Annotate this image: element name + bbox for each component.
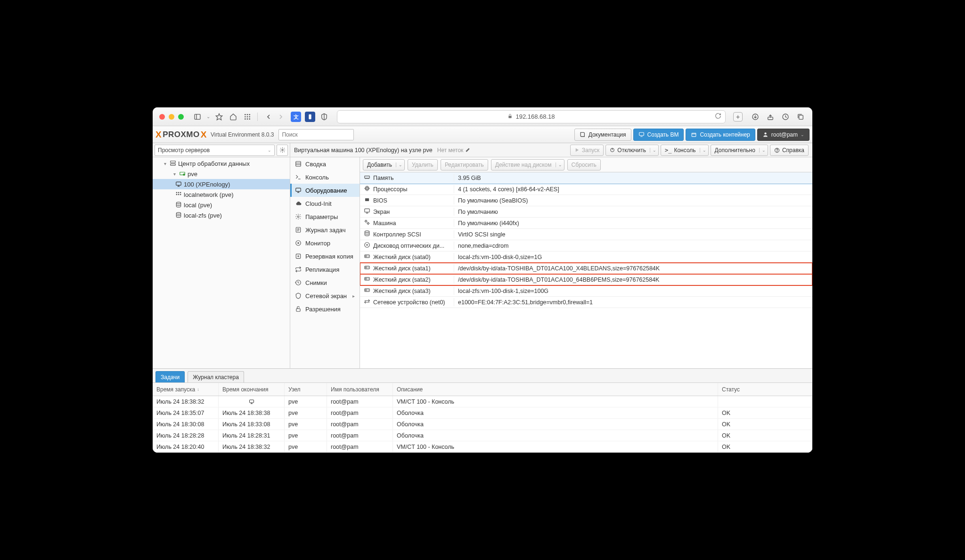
tree-localnetwork[interactable]: localnetwork (pve) <box>153 189 290 200</box>
hardware-row[interactable]: Жесткий диск (sata1)/dev/disk/by-id/ata-… <box>360 263 812 274</box>
extension-translate-icon[interactable]: 文 <box>291 112 301 122</box>
log-body: Июль 24 18:38:32pveroot@pamVM/CT 100 - К… <box>153 396 812 453</box>
zoom-window-icon[interactable] <box>178 114 184 120</box>
share-icon[interactable] <box>765 112 776 122</box>
add-button[interactable]: Добавить⌄ <box>363 159 405 170</box>
tree-settings-button[interactable] <box>277 145 288 156</box>
start-button[interactable]: Запуск <box>570 145 604 156</box>
close-window-icon[interactable] <box>159 114 165 120</box>
tree-local-zfs[interactable]: local-zfs (pve) <box>153 210 290 220</box>
tree-datacenter[interactable]: ▾Центр обработки данных <box>153 158 290 169</box>
col-end[interactable]: Время окончания <box>219 383 285 396</box>
hw-value: VirtIO SCSI single <box>454 231 812 238</box>
chevron-down-icon[interactable]: ⌄ <box>206 114 210 119</box>
hw-key: Память <box>373 175 394 181</box>
view-selector[interactable]: Просмотр серверов⌄ <box>155 145 275 156</box>
hardware-row[interactable]: Жесткий диск (sata2)/dev/disk/by-id/ata-… <box>360 274 812 285</box>
svg-point-7 <box>247 116 248 117</box>
sidemenu-permissions[interactable]: Разрешения <box>290 302 360 316</box>
log-row[interactable]: Июль 24 18:35:07Июль 24 18:38:38pveroot@… <box>153 407 812 419</box>
log-row[interactable]: Июль 24 18:28:28Июль 24 18:28:31pveroot@… <box>153 430 812 441</box>
address-bar[interactable]: 192.168.68.18 <box>337 110 726 123</box>
global-search-input[interactable] <box>278 129 354 140</box>
sidemenu-summary[interactable]: Сводка <box>290 157 360 170</box>
new-tab-icon[interactable]: + <box>733 112 743 122</box>
sidemenu-snapshots[interactable]: Снимки <box>290 276 360 289</box>
svg-rect-76 <box>365 209 370 212</box>
log-row[interactable]: Июль 24 18:38:32pveroot@pamVM/CT 100 - К… <box>153 396 812 407</box>
tree-node-pve[interactable]: ▾pve <box>153 169 290 179</box>
hardware-row[interactable]: Память3.95 GiB <box>360 172 812 184</box>
star-icon[interactable] <box>214 112 224 122</box>
console-button[interactable]: >_Консоль⌄ <box>661 145 709 156</box>
create-ct-button[interactable]: Создать контейнер <box>686 129 755 141</box>
hardware-row[interactable]: ЭкранПо умолчанию <box>360 206 812 218</box>
apps-grid-icon[interactable] <box>242 112 253 122</box>
log-row[interactable]: Июль 24 18:20:40Июль 24 18:38:32pveroot@… <box>153 441 812 453</box>
reload-icon[interactable] <box>715 113 721 121</box>
tab-tasks[interactable]: Задачи <box>155 371 185 382</box>
help-button[interactable]: Справка <box>770 145 809 156</box>
home-icon[interactable] <box>228 112 238 122</box>
tags-label[interactable]: Нет меток <box>437 147 471 154</box>
nav-back-icon[interactable] <box>262 112 275 122</box>
sidemenu-monitor[interactable]: Монитор <box>290 236 360 250</box>
cogs-icon <box>364 219 370 227</box>
minimize-window-icon[interactable] <box>169 114 174 120</box>
hardware-row[interactable]: Жесткий диск (sata0)local-zfs:vm-100-dis… <box>360 252 812 263</box>
sidemenu-options[interactable]: Параметры <box>290 210 360 223</box>
history-icon[interactable] <box>780 112 791 122</box>
tree-vm-100[interactable]: 100 (XPEnology) <box>153 179 290 189</box>
sidebar-toggle-icon[interactable] <box>192 112 203 122</box>
tabs-overview-icon[interactable] <box>795 112 806 122</box>
shield-icon[interactable] <box>319 112 329 122</box>
hardware-row[interactable]: Процессоры4 (1 sockets, 4 cores) [x86-64… <box>360 184 812 195</box>
remove-button[interactable]: Удалить <box>408 159 438 170</box>
hardware-row[interactable]: Сетевое устройство (net0)e1000=FE:04:7F:… <box>360 297 812 308</box>
hdd-icon <box>364 264 370 272</box>
proxmox-header: XPROXMOX Virtual Environment 8.0.3 Докум… <box>153 126 812 143</box>
proxmox-logo[interactable]: XPROXMOX <box>155 130 207 140</box>
svg-point-29 <box>183 173 185 176</box>
user-menu-button[interactable]: root@pam⌄ <box>757 129 810 141</box>
sidemenu-tasklog[interactable]: Журнал задач <box>290 223 360 236</box>
tab-cluster-log[interactable]: Журнал кластера <box>188 371 244 382</box>
hw-value: 4 (1 sockets, 4 cores) [x86-64-v2-AES] <box>454 186 812 193</box>
disk-action-button[interactable]: Действие над диском⌄ <box>491 159 564 170</box>
downloads-icon[interactable] <box>750 112 761 122</box>
col-start[interactable]: Время запуска↓ <box>153 383 219 396</box>
col-user[interactable]: Имя пользователя <box>327 383 393 396</box>
svg-point-81 <box>365 231 369 233</box>
hardware-row[interactable]: Контроллер SCSIVirtIO SCSI single <box>360 229 812 240</box>
hw-value: local-zfs:vm-100-disk-1,size=100G <box>454 288 812 294</box>
col-desc[interactable]: Описание <box>393 383 718 396</box>
sidemenu-hardware[interactable]: Оборудование <box>290 184 360 197</box>
svg-point-11 <box>249 118 250 120</box>
extension-password-icon[interactable] <box>305 112 315 122</box>
log-row[interactable]: Июль 24 18:30:08Июль 24 18:33:08pveroot@… <box>153 419 812 430</box>
hardware-row[interactable]: МашинаПо умолчанию (i440fx) <box>360 218 812 229</box>
tree-local[interactable]: local (pve) <box>153 200 290 210</box>
hw-value: /dev/disk/by-id/ata-TOSHIBA_DT01ACA100_6… <box>454 276 812 283</box>
create-vm-button[interactable]: Создать ВМ <box>633 129 684 141</box>
revert-button[interactable]: Сбросить <box>567 159 601 170</box>
docs-button[interactable]: Документация <box>574 129 631 141</box>
display-icon <box>364 208 370 216</box>
sidemenu-cloudinit[interactable]: Cloud-Init <box>290 197 360 210</box>
nav-forward-icon[interactable] <box>275 112 287 122</box>
hardware-panel: Добавить⌄ Удалить Редактировать Действие… <box>360 157 812 368</box>
hardware-row[interactable]: Дисковод оптических ди...none,media=cdro… <box>360 240 812 252</box>
shutdown-button[interactable]: Отключить⌄ <box>605 145 659 156</box>
more-button[interactable]: Дополнительно⌄ <box>711 145 768 156</box>
hardware-row[interactable]: Жесткий диск (sata3)local-zfs:vm-100-dis… <box>360 285 812 297</box>
sidemenu-replication[interactable]: Репликация <box>290 263 360 276</box>
edit-button[interactable]: Редактировать <box>441 159 488 170</box>
hdd-icon <box>364 276 370 284</box>
hardware-row[interactable]: BIOSПо умолчанию (SeaBIOS) <box>360 195 812 206</box>
sidemenu-firewall[interactable]: Сетевой экран▸ <box>290 289 360 302</box>
sidemenu-backup[interactable]: Резервная копия <box>290 250 360 263</box>
svg-rect-60 <box>296 254 300 258</box>
sidemenu-console[interactable]: Консоль <box>290 170 360 184</box>
col-status[interactable]: Статус <box>718 383 812 396</box>
col-node[interactable]: Узел <box>285 383 327 396</box>
